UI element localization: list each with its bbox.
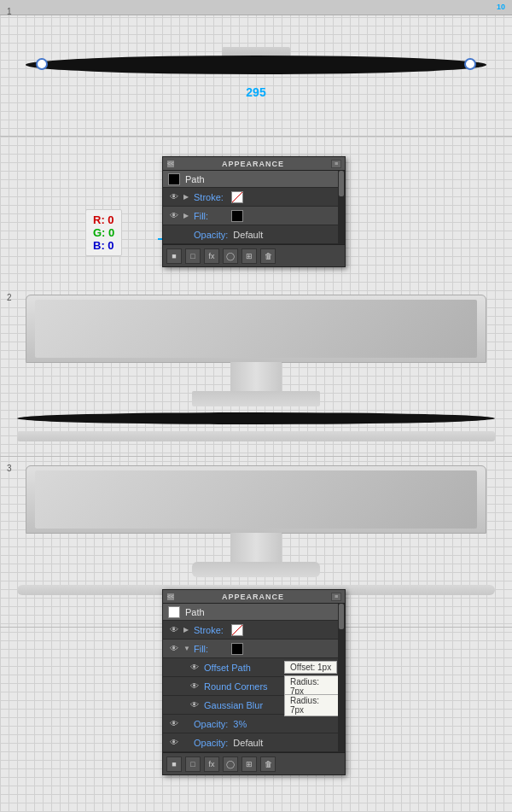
footer-icon-fx[interactable]: fx	[204, 248, 219, 264]
path-label-1: Path	[185, 174, 205, 184]
eye-icon-fill-2[interactable]: 👁	[168, 643, 180, 655]
fill-row-1: 👁 ▶ Fill:	[163, 207, 345, 225]
panel-title-2: APPEARANCE	[222, 593, 284, 601]
footer-icon-circle-2[interactable]: ◯	[223, 757, 238, 772]
panel-titlebar-1: << APPEARANCE ≡	[163, 157, 345, 171]
opacity-value-2a[interactable]: 3%	[233, 719, 247, 729]
dimension-label: 295	[246, 85, 265, 99]
panel-menu-btn-1[interactable]: ≡	[331, 160, 341, 168]
footer-icon-add[interactable]: ⊞	[241, 248, 257, 264]
eye-icon-offset[interactable]: 👁	[189, 662, 201, 674]
path-swatch-1	[168, 173, 180, 185]
expand-arrow-stroke-2[interactable]: ▶	[183, 626, 192, 634]
panel-controls: <<	[166, 160, 175, 168]
panel-scrollbar-1[interactable]	[338, 171, 345, 244]
offset-path-label[interactable]: Offset Path	[204, 663, 281, 673]
footer-icon-circle[interactable]: ◯	[223, 248, 238, 264]
stroke-swatch-1[interactable]	[231, 191, 243, 203]
opacity-label-2a: Opacity:	[194, 719, 228, 729]
footer-icon-square-empty[interactable]: □	[185, 248, 201, 264]
offset-value[interactable]: Offset: 1px	[284, 661, 337, 674]
scrollbar-thumb-1[interactable]	[339, 171, 344, 196]
expand-spacer-2b	[183, 739, 192, 747]
expand-spacer-2a	[183, 720, 192, 728]
bottom-strip-2	[17, 431, 495, 441]
eye-spacer-1	[168, 229, 180, 241]
stroke-swatch-2[interactable]	[231, 624, 243, 636]
footer-icon-square-filled[interactable]: ■	[166, 248, 182, 264]
footer-icon-add-2[interactable]: ⊞	[241, 757, 257, 772]
eye-icon-stroke-2[interactable]: 👁	[168, 624, 180, 636]
footer-icon-trash-2[interactable]: 🗑	[260, 757, 276, 772]
fill-swatch-2[interactable]	[231, 643, 243, 655]
fill-label-1[interactable]: Fill:	[194, 211, 228, 221]
monitor-neck-2	[230, 362, 282, 392]
ruler-top: 10	[0, 0, 512, 15]
rgb-label: R: 0 G: 0 B: 0	[85, 209, 122, 256]
panel-titlebar-2: << APPEARANCE ≡	[163, 590, 345, 604]
panel-title-1: APPEARANCE	[222, 160, 284, 168]
expand-arrow-fill-2[interactable]: ▼	[183, 645, 192, 653]
opacity-value-2b[interactable]: Default	[233, 738, 263, 748]
eye-icon-round-corners[interactable]: 👁	[189, 681, 201, 692]
expand-spacer-1	[183, 231, 192, 239]
opacity-label-1: Opacity:	[194, 230, 228, 240]
opacity-label-2b: Opacity:	[194, 738, 228, 748]
eye-icon-opacity-2a[interactable]: 👁	[168, 718, 180, 730]
monitor-base-2	[192, 391, 320, 406]
section-number-3: 3	[7, 464, 12, 473]
fill-row-2: 👁 ▼ Fill:	[163, 640, 345, 658]
opacity-row-1: Opacity: Default	[163, 225, 345, 244]
handle-right[interactable]	[464, 58, 476, 70]
monitor-screen-2	[35, 300, 477, 358]
footer-icon-fx-2[interactable]: fx	[204, 757, 219, 772]
section-number-2: 2	[7, 293, 12, 302]
eye-icon-stroke-1[interactable]: 👁	[168, 191, 180, 203]
expand-arrow-stroke[interactable]: ▶	[183, 193, 192, 202]
stroke-label-1[interactable]: Stroke:	[194, 192, 228, 202]
stroke-label-2[interactable]: Stroke:	[194, 625, 228, 635]
expand-arrow-fill[interactable]: ▶	[183, 212, 192, 220]
footer-icon-square-empty-2[interactable]: □	[185, 757, 201, 772]
path-swatch-2	[168, 606, 180, 618]
appearance-panel-2: << APPEARANCE ≡ Path 👁 ▶ Stroke: 👁 ▼ Fil…	[162, 589, 346, 775]
panel-menu-btn-2[interactable]: ≡	[331, 593, 341, 601]
footer-icon-square-filled-2[interactable]: ■	[166, 757, 182, 772]
gaussian-blur-label[interactable]: Gaussian Blur	[204, 700, 281, 710]
stroke-row-1: 👁 ▶ Stroke:	[163, 188, 345, 207]
panel-footer-2: ■ □ fx ◯ ⊞ 🗑	[163, 752, 345, 774]
gaussian-blur-value[interactable]: Radius: 7px	[284, 694, 340, 716]
monitor-body-3	[26, 465, 486, 534]
handle-left[interactable]	[36, 58, 48, 70]
panel-footer-1: ■ □ fx ◯ ⊞ 🗑	[163, 244, 345, 266]
stroke-row-2: 👁 ▶ Stroke:	[163, 621, 345, 640]
panel-controls-2: <<	[166, 593, 175, 601]
opacity-row-2b: 👁 Opacity: Default	[163, 733, 345, 752]
panel-collapse-btn-2[interactable]: <<	[166, 593, 175, 601]
gaussian-blur-row: 👁 Gaussian Blur Radius: 7px	[163, 696, 345, 715]
monitor-body-2	[26, 295, 486, 363]
rgb-b-value: B: 0	[93, 239, 114, 252]
panel-path-header-2: Path	[163, 604, 345, 621]
fill-swatch-1[interactable]	[231, 210, 243, 222]
round-corners-label[interactable]: Round Corners	[204, 681, 281, 692]
eye-icon-opacity-2b[interactable]: 👁	[168, 737, 180, 749]
panel-scrollbar-2[interactable]	[338, 604, 345, 752]
opacity-row-2a: 👁 Opacity: 3%	[163, 715, 345, 733]
footer-icon-trash[interactable]: 🗑	[260, 248, 276, 264]
path-ellipse	[26, 55, 486, 74]
rgb-r-value: R: 0	[93, 213, 114, 226]
fill-label-2[interactable]: Fill:	[194, 644, 228, 654]
eye-icon-gaussian[interactable]: 👁	[189, 699, 201, 711]
path-label-2: Path	[185, 607, 205, 617]
section-number-1: 1	[7, 7, 12, 16]
ruler-number: 10	[497, 3, 505, 11]
panel-collapse-btn[interactable]: <<	[166, 160, 175, 168]
opacity-value-1[interactable]: Default	[233, 230, 263, 240]
eye-icon-fill-1[interactable]: 👁	[168, 210, 180, 222]
rgb-g-value: G: 0	[93, 226, 114, 239]
scrollbar-thumb-2[interactable]	[339, 604, 344, 629]
section-1: 10 1 295 R: 0 G: 0 B: 0	[0, 0, 512, 137]
section-2: 2	[0, 286, 512, 457]
monitor-base-3	[192, 562, 320, 577]
